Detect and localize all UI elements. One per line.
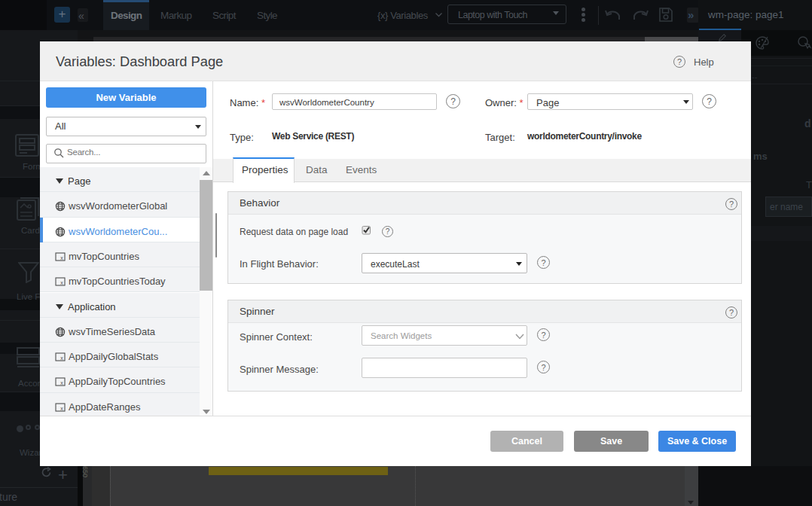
svg-text:x: x [60,280,63,285]
svg-text:x: x [60,355,63,361]
svg-text:x: x [60,406,63,411]
svg-text:x: x [60,255,63,261]
svg-text:x: x [60,380,63,386]
